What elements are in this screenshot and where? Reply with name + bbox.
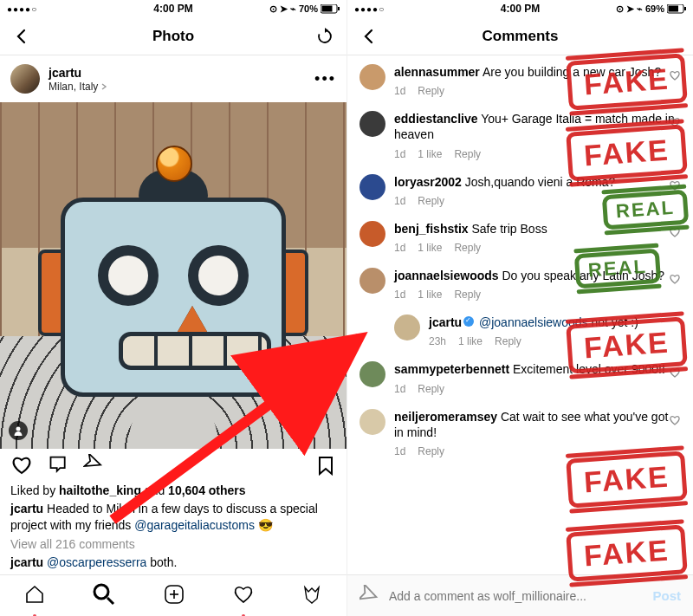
comment-username[interactable]: loryasr2002 [394,175,462,189]
avatar[interactable] [359,221,385,247]
tab-search[interactable] [92,582,116,610]
reply-button[interactable]: Reply [495,335,521,347]
comment-time: 1d [394,195,405,207]
tab-profile[interactable] [301,583,323,609]
comment-username[interactable]: eddiestanclive [394,112,478,126]
comment-username[interactable]: benj_fishstix [394,222,469,236]
comment-username[interactable]: joannaelsiewoods [394,269,499,282]
status-time: 4:00 PM [0,3,346,15]
avatar[interactable] [359,64,385,90]
nav-bar: Photo [0,17,346,55]
caption-username[interactable]: jcartu [10,502,43,515]
user-block[interactable]: jcartu Milan, Italy [49,66,107,93]
svg-line-5 [107,598,113,604]
caption-reply: jcartu @oscarperesserra both. [0,553,346,573]
heart-icon [669,273,681,285]
caption: jcartu Headed to Milan in a few days to … [0,499,346,535]
likes-line[interactable]: Liked by hailtothe_king and 10,604 other… [0,482,346,499]
share-button[interactable] [83,454,106,480]
like-comment-button[interactable] [669,273,681,289]
more-button[interactable]: ••• [314,70,336,88]
comment-username[interactable]: jcartu [429,315,462,329]
search-icon [92,582,116,606]
caption-username[interactable]: jcartu [10,555,43,569]
svg-point-3 [16,427,21,431]
avatar[interactable] [359,409,385,435]
comment-time: 1d [394,383,405,395]
fake-stamp: FAKE [566,524,687,581]
comment-likes[interactable]: 1 like [418,289,442,301]
reply-button[interactable]: Reply [418,85,444,97]
tagged-people-button[interactable] [9,421,28,440]
avatar[interactable] [10,64,40,94]
action-row [0,449,346,482]
verified-badge-icon [463,316,474,327]
comment-time: 1d [394,242,405,254]
comment-meta: 1dReply [394,383,681,395]
svg-point-4 [94,585,108,599]
avatar[interactable] [359,111,385,137]
real-stamp: REAL [602,190,689,230]
fake-stamp: FAKE [566,451,687,508]
comment-button[interactable] [47,454,69,480]
like-comment-button[interactable] [669,414,681,430]
status-bar: ●●●●○ 4:00 PM ⊙ ➤ ⌁ 69% [347,0,693,17]
comment-meta: 1d1 likeReply [394,289,681,301]
fake-stamp: FAKE [566,124,687,181]
comment-likes[interactable]: 1 like [458,335,483,347]
comment-time: 1d [394,289,405,301]
heart-icon [232,583,255,606]
comment-username[interactable]: sammypeterbennett [394,362,509,376]
post-button[interactable]: Post [652,588,681,603]
post-photo[interactable] [0,102,346,449]
photo-screen: ●●●●○ 4:00 PM ⊙ ➤ ⌁ 70% Photo jcartu Mil… [0,0,346,616]
reply-button[interactable]: Reply [454,148,481,160]
send-icon [359,585,379,604]
comment-likes[interactable]: 1 like [418,242,442,254]
wolf-icon [301,583,323,606]
comment-likes[interactable]: 1 like [418,148,442,160]
bookmark-icon [315,455,336,476]
tab-add[interactable] [163,583,185,609]
nav-bar: Comments [347,17,693,55]
avatar[interactable] [359,174,385,200]
location-text: Milan, Italy [49,81,98,93]
tab-home[interactable] [23,583,46,609]
home-icon [23,583,46,606]
status-bar: ●●●●○ 4:00 PM ⊙ ➤ ⌁ 70% [0,0,346,17]
avatar[interactable] [359,268,385,294]
tab-activity[interactable] [232,583,255,609]
chevron-right-icon [100,83,107,90]
page-title: Photo [0,28,346,45]
reply-button[interactable]: Reply [418,445,444,457]
username: jcartu [49,66,107,80]
send-button[interactable] [359,585,379,607]
location: Milan, Italy [49,81,107,93]
page-title: Comments [347,28,693,45]
status-time: 4:00 PM [347,3,693,15]
person-icon [13,425,23,436]
reply-button[interactable]: Reply [454,289,481,301]
reply-button[interactable]: Reply [418,383,444,395]
view-all-comments[interactable]: View all 216 comments [0,535,346,553]
tab-bar [0,574,346,616]
send-icon [83,454,106,477]
real-stamp: REAL [574,249,661,289]
comment-input[interactable] [389,589,642,603]
comment-time: 23h [429,335,446,347]
comment-text: neiljeromeramsey Cat wait to see what yo… [394,409,681,440]
reply-button[interactable]: Reply [454,242,481,254]
comment-username[interactable]: neiljeromeramsey [394,410,497,424]
like-button[interactable] [10,454,33,480]
comment-username[interactable]: alennasummer [394,65,480,79]
mention-link[interactable]: @garageitaliacustoms [134,518,255,532]
comment-time: 1d [394,148,405,160]
avatar[interactable] [394,314,420,340]
mention-link[interactable]: @oscarperesserra [47,555,146,569]
heart-icon [669,414,681,426]
fake-stamp: FAKE [566,316,687,373]
avatar[interactable] [359,361,385,387]
reply-button[interactable]: Reply [418,195,444,207]
bookmark-button[interactable] [315,455,336,479]
robot-face-graphic [43,154,303,423]
